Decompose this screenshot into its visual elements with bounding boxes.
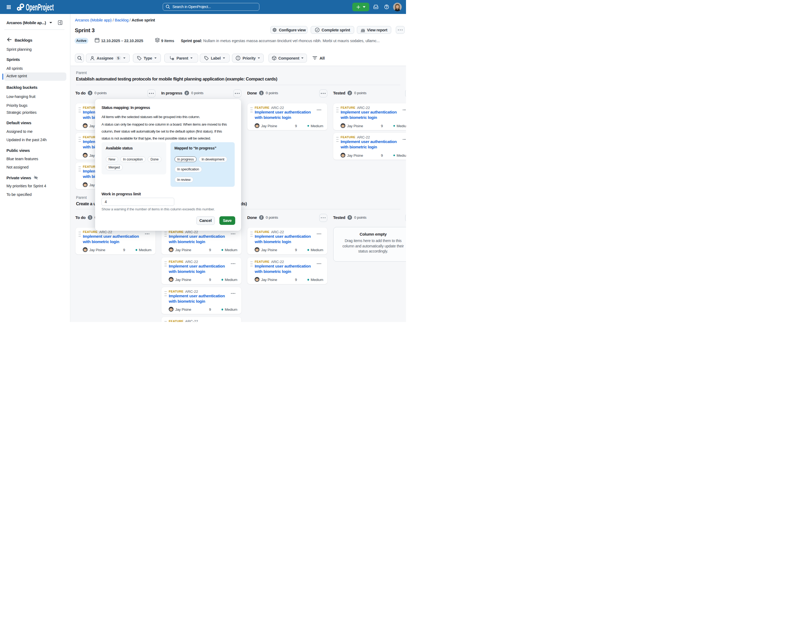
- svg-text:OpenProject: OpenProject: [26, 2, 54, 12]
